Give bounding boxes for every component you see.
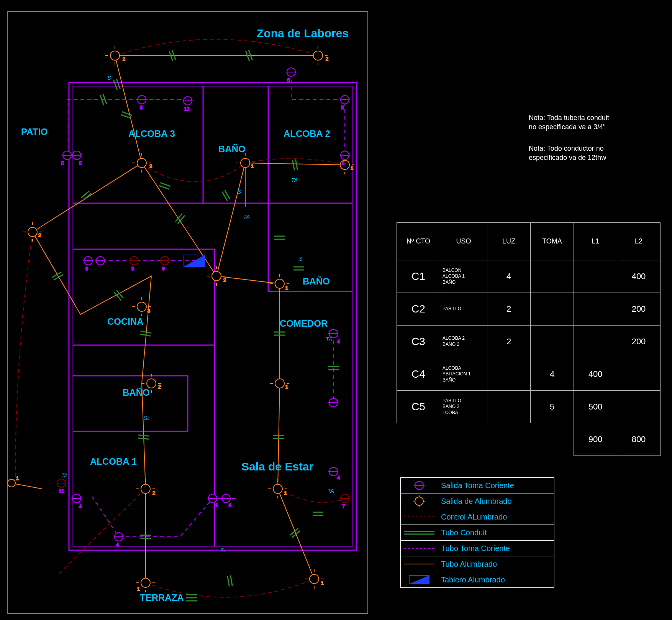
th-l2: L2 bbox=[617, 223, 661, 260]
toma-line-icon bbox=[401, 541, 438, 556]
floorplan-drawing: 2 2 2 1 1 2 2 1 3 2 1 2 1 1 1 1 5 5 5 12… bbox=[0, 0, 383, 620]
svg-text:5: 5 bbox=[61, 160, 64, 166]
svg-text:2: 2 bbox=[38, 232, 41, 238]
room-label-sala: Sala de Estar bbox=[241, 460, 313, 473]
legend-label: Salida Toma Coriente bbox=[438, 481, 514, 490]
svg-point-113 bbox=[137, 302, 146, 311]
legend-label: Salida de Alumbrado bbox=[438, 497, 512, 506]
svg-text:11: 11 bbox=[59, 488, 64, 494]
svg-line-22 bbox=[103, 94, 107, 104]
svg-text:5: 5 bbox=[341, 105, 344, 110]
legend-row-control: Control ALumbrado bbox=[401, 509, 554, 525]
th-l1: L1 bbox=[574, 223, 617, 260]
svg-line-25 bbox=[113, 80, 117, 90]
svg-text:4: 4 bbox=[79, 503, 82, 509]
svg-text:1: 1 bbox=[285, 384, 288, 390]
room-label-alcoba3: ALCOBA 3 bbox=[128, 128, 175, 139]
svg-text:2: 2 bbox=[123, 56, 125, 62]
note-conduit: Nota: Toda tuberia conduit no especifica… bbox=[529, 113, 609, 132]
light-outlet-icon: 2 bbox=[105, 46, 125, 65]
svg-point-145 bbox=[141, 578, 150, 587]
svg-text:1: 1 bbox=[16, 475, 19, 481]
outlet-icon: 5 bbox=[61, 151, 72, 166]
table-row: C4 ALCOBAABITACION 1BAÑO 4 400 bbox=[397, 358, 661, 391]
svg-point-143 bbox=[8, 479, 15, 487]
svg-line-48 bbox=[138, 435, 149, 436]
svg-line-18 bbox=[249, 50, 252, 60]
svg-text:9: 9 bbox=[162, 266, 165, 271]
svg-line-33 bbox=[159, 186, 169, 189]
svg-point-101 bbox=[212, 271, 221, 281]
th-cto: Nº CTO bbox=[397, 223, 440, 260]
svg-text:3: 3 bbox=[148, 308, 150, 314]
svg-line-20 bbox=[122, 112, 132, 115]
room-label-terraza: TERRAZA bbox=[140, 592, 184, 603]
legend-label: Tubo Alumbrado bbox=[438, 560, 497, 569]
legend-label: Tubo Toma Coriente bbox=[438, 544, 510, 553]
room-label-cocina: COCINA bbox=[107, 316, 144, 327]
svg-line-23 bbox=[100, 95, 104, 105]
svg-text:TA: TA bbox=[61, 472, 68, 479]
svg-marker-237 bbox=[409, 576, 429, 584]
svg-point-119 bbox=[147, 379, 156, 388]
svg-line-17 bbox=[169, 51, 173, 61]
svg-point-77 bbox=[137, 158, 146, 168]
alumbrado-line-icon bbox=[401, 556, 438, 572]
svg-line-49 bbox=[138, 438, 149, 439]
svg-text:8: 8 bbox=[131, 266, 134, 271]
legend-label: Control ALumbrado bbox=[438, 513, 507, 521]
table-header-row: Nº CTO USO LUZ TOMA L1 L2 bbox=[397, 223, 661, 260]
room-label-bano2: BAÑO bbox=[303, 276, 330, 287]
svg-text:5: 5 bbox=[79, 160, 82, 166]
legend-label: Tubo Conduit bbox=[438, 528, 487, 537]
room-label-alcoba1: ALCOBA 1 bbox=[90, 456, 137, 467]
svg-text:1: 1 bbox=[285, 285, 288, 291]
svg-text:4: 4 bbox=[228, 502, 231, 508]
control-line-icon bbox=[401, 509, 438, 525]
svg-point-65 bbox=[110, 51, 120, 60]
svg-point-83 bbox=[241, 158, 250, 168]
svg-line-16 bbox=[172, 50, 176, 60]
svg-point-107 bbox=[275, 279, 284, 288]
outlet-icon bbox=[401, 478, 438, 493]
svg-text:S: S bbox=[299, 256, 303, 262]
room-label-comedor: COMEDOR bbox=[280, 318, 328, 329]
legend-label: Tablero Alumbrado bbox=[438, 576, 505, 584]
svg-line-36 bbox=[296, 160, 298, 170]
th-luz: LUZ bbox=[487, 223, 531, 260]
table-row: C2 PASILLO 2 200 bbox=[397, 293, 661, 326]
legend-row-ttoma: Tubo Toma Coriente bbox=[401, 540, 554, 556]
svg-text:1: 1 bbox=[321, 580, 324, 586]
svg-text:2: 2 bbox=[152, 490, 155, 496]
table-row: C3 ALCOBA 2BAÑO 2 2 200 bbox=[397, 326, 661, 358]
svg-line-56 bbox=[231, 576, 233, 586]
legend-row-tablero: Tablero Alumbrado bbox=[401, 572, 554, 587]
svg-line-44 bbox=[141, 331, 151, 333]
room-label-bano1: BAÑO bbox=[218, 144, 246, 155]
panel-board-icon bbox=[401, 572, 438, 587]
svg-line-27 bbox=[83, 193, 91, 200]
svg-text:1: 1 bbox=[251, 163, 254, 169]
svg-point-125 bbox=[275, 379, 284, 388]
svg-point-71 bbox=[313, 51, 323, 60]
svg-text:2: 2 bbox=[223, 277, 226, 283]
svg-text:4: 4 bbox=[337, 475, 340, 480]
svg-point-95 bbox=[28, 227, 37, 237]
svg-point-229 bbox=[415, 497, 423, 505]
svg-point-131 bbox=[141, 484, 150, 493]
svg-point-137 bbox=[273, 484, 282, 493]
svg-text:S₂: S₂ bbox=[144, 415, 149, 421]
table-row: C5 PASILLOBAÑO 2LCOBA 5 500 bbox=[397, 391, 661, 423]
cad-electrical-plan: { "rooms": { "zona": "Zona de Labores", … bbox=[0, 0, 672, 620]
svg-text:1: 1 bbox=[351, 165, 353, 171]
svg-line-24 bbox=[116, 79, 120, 89]
svg-text:4: 4 bbox=[215, 502, 218, 508]
svg-text:1: 1 bbox=[284, 490, 287, 496]
svg-text:7: 7 bbox=[342, 503, 345, 509]
conduit-line-icon bbox=[401, 525, 438, 540]
th-uso: USO bbox=[440, 223, 487, 260]
svg-line-55 bbox=[292, 531, 300, 538]
svg-text:4: 4 bbox=[116, 542, 119, 548]
svg-text:4: 4 bbox=[337, 339, 340, 344]
svg-text:5: 5 bbox=[342, 160, 344, 166]
